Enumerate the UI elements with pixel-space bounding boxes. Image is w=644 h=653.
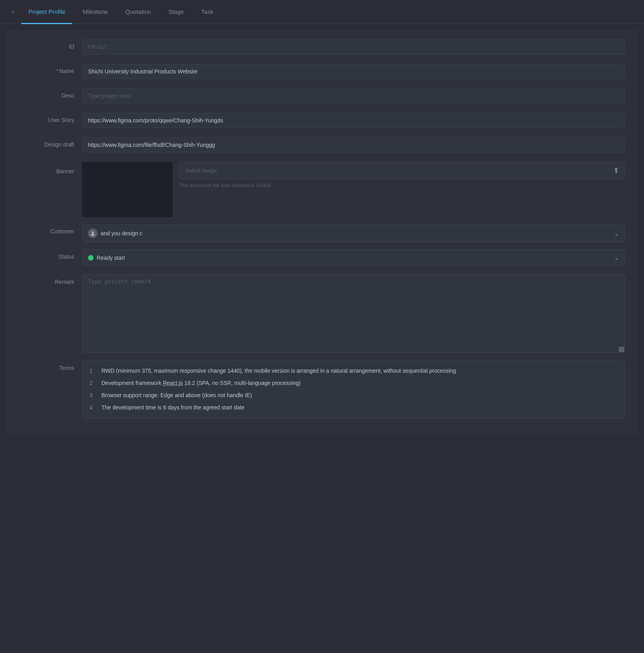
name-row: *Name — [19, 64, 625, 81]
terms-num-4: 4 — [90, 403, 97, 412]
terms-list: 1 RWD (minimum 375, maximum responsive c… — [82, 360, 625, 418]
terms-num-1: 1 — [90, 367, 97, 375]
remark-textarea[interactable] — [82, 274, 625, 353]
status-dropdown[interactable]: Ready start ⌄ — [82, 250, 625, 266]
design-draft-field-wrapper — [82, 137, 625, 152]
status-value: Ready start — [97, 255, 125, 261]
file-upload-icon: ⬆ — [613, 166, 619, 175]
terms-item-1: 1 RWD (minimum 375, maximum responsive c… — [90, 367, 618, 375]
design-draft-row: Design draft — [19, 137, 625, 155]
terms-row: Terms 1 RWD (minimum 375, maximum respon… — [19, 360, 625, 418]
chevron-down-icon: ⌄ — [614, 254, 619, 261]
terms-text-3: Browser support range: Edge and above (d… — [101, 391, 252, 400]
desc-label: Desc — [19, 88, 82, 99]
design-draft-label: Design draft — [19, 137, 82, 148]
banner-preview — [82, 162, 173, 217]
name-field-wrapper — [82, 64, 625, 79]
terms-item-4: 4 The development time is 6 days from th… — [90, 403, 618, 412]
terms-label: Terms — [19, 360, 82, 371]
terms-text-1: RWD (minimum 375, maximum responsive cha… — [101, 367, 456, 375]
back-button[interactable]: ‹ — [8, 5, 18, 18]
status-field-wrapper: Ready start ⌄ — [82, 250, 625, 266]
banner-field-wrapper: Select image ⬆ The maximum file size all… — [82, 162, 625, 217]
customer-value: and you design c — [101, 230, 142, 236]
customer-row: Customer and you design c ⌄ — [19, 224, 625, 242]
terms-text-4: The development time is 6 days from the … — [101, 403, 245, 412]
banner-container: Select image ⬆ The maximum file size all… — [82, 162, 625, 217]
user-story-row: User Story — [19, 113, 625, 130]
status-dot-icon — [88, 255, 94, 261]
terms-item-3: 3 Browser support range: Edge and above … — [90, 391, 618, 400]
svg-point-0 — [92, 231, 94, 234]
terms-text-2: Development framework React.js 18.2 (SPA… — [101, 379, 301, 387]
user-story-field-wrapper — [82, 113, 625, 128]
remark-row: Remark — [19, 274, 625, 353]
remark-label: Remark — [19, 274, 82, 285]
tab-project-profile[interactable]: Project Profile — [21, 0, 72, 24]
select-image-button[interactable]: Select image ⬆ — [179, 162, 625, 179]
banner-row: Banner Select image ⬆ The maximum file s… — [19, 162, 625, 217]
main-content: ID *Name Desc User Story Design draft — [6, 30, 638, 435]
remark-field-wrapper — [82, 274, 625, 353]
desc-field-wrapper — [82, 88, 625, 103]
scrollbar-handle — [619, 347, 624, 352]
customer-avatar — [88, 229, 97, 238]
tab-milestone[interactable]: Milestone — [75, 0, 115, 24]
status-row: Status Ready start ⌄ — [19, 250, 625, 267]
terms-num-3: 3 — [90, 391, 97, 400]
user-story-label: User Story — [19, 113, 82, 123]
customer-label: Customer — [19, 224, 82, 235]
tab-stage[interactable]: Stage — [161, 0, 191, 24]
customer-dropdown[interactable]: and you design c ⌄ — [82, 224, 625, 242]
file-size-hint: The maximum file size allowed is 100KB — [179, 182, 625, 188]
user-story-input[interactable] — [82, 113, 625, 128]
chevron-down-icon: ⌄ — [614, 230, 619, 237]
tab-task[interactable]: Task — [194, 0, 221, 24]
design-draft-input[interactable] — [82, 137, 625, 152]
id-field-wrapper — [82, 39, 625, 54]
name-label: *Name — [19, 64, 82, 74]
svg-point-1 — [91, 234, 95, 236]
reactjs-link: React.js — [163, 380, 183, 386]
banner-right: Select image ⬆ The maximum file size all… — [179, 162, 625, 188]
tab-quotation[interactable]: Quotation — [118, 0, 158, 24]
customer-dropdown-left: and you design c — [88, 229, 142, 238]
terms-field-wrapper: 1 RWD (minimum 375, maximum responsive c… — [82, 360, 625, 418]
tab-bar: ‹ Project Profile Milestone Quotation St… — [0, 0, 644, 24]
select-image-label: Select image — [185, 167, 217, 174]
name-input[interactable] — [82, 64, 625, 79]
desc-input[interactable] — [82, 88, 625, 103]
terms-item-2: 2 Development framework React.js 18.2 (S… — [90, 379, 618, 387]
status-label: Status — [19, 250, 82, 260]
terms-num-2: 2 — [90, 379, 97, 387]
back-icon: ‹ — [12, 8, 14, 16]
desc-row: Desc — [19, 88, 625, 106]
status-dropdown-left: Ready start — [88, 255, 125, 261]
required-marker: * — [56, 68, 58, 74]
id-row: ID — [19, 39, 625, 57]
id-input[interactable] — [82, 39, 625, 54]
id-label: ID — [19, 39, 82, 50]
banner-label: Banner — [19, 162, 82, 175]
customer-field-wrapper: and you design c ⌄ — [82, 224, 625, 242]
